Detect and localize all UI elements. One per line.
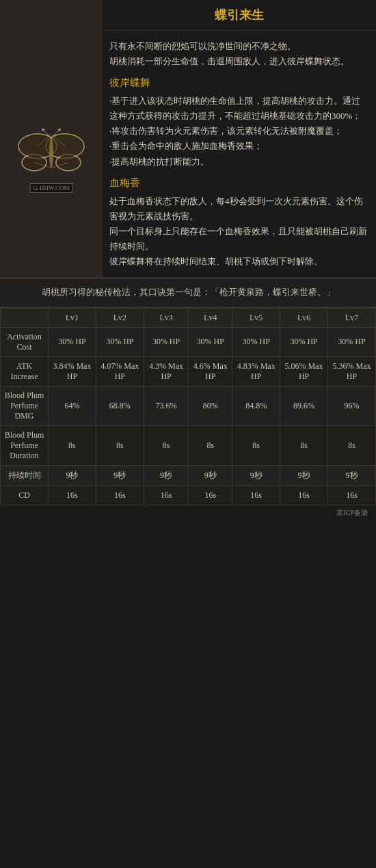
table-cell: 8s [96, 425, 144, 465]
table-cell: 30% HP [232, 327, 280, 356]
table-cell: 30% HP [328, 327, 376, 356]
table-cell: 89.6% [280, 386, 328, 425]
table-cell: 8s [328, 425, 376, 465]
table-cell: 4.83% Max HP [232, 356, 280, 386]
table-cell: 16s [232, 486, 280, 505]
table-cell: 16s [96, 486, 144, 505]
table-row: Blood Plum Perfume DMG64%68.8%73.6%80%84… [1, 386, 376, 425]
table-cell: 64% [49, 386, 96, 425]
table-row: Activation Cost30% HP30% HP30% HP30% HP3… [1, 327, 376, 356]
main-container: 蝶引来生 [0, 0, 376, 520]
table-row: Blood Plum Perfume Duration8s8s8s8s8s8s8… [1, 425, 376, 465]
table-cell: 8s [49, 425, 96, 465]
col-header-lv1: Lv1 [49, 308, 96, 327]
row-label: Activation Cost [1, 327, 49, 356]
butterfly-icon [17, 127, 85, 182]
table-cell: 3.84% Max HP [49, 356, 96, 386]
table-cell: 5.06% Max HP [280, 356, 328, 386]
table-cell: 16s [49, 486, 96, 505]
table-cell: 5.36% Max HP [328, 356, 376, 386]
table-cell: 16s [328, 486, 376, 505]
table-header-row: Lv1 Lv2 Lv3 Lv4 Lv5 Lv6 Lv7 [1, 308, 376, 327]
table-cell: 9秒 [189, 465, 232, 486]
col-header-lv5: Lv5 [232, 308, 280, 327]
col-header-lv4: Lv4 [189, 308, 232, 327]
table-cell: 9秒 [232, 465, 280, 486]
col-header-lv3: Lv3 [144, 308, 188, 327]
col-header-label [1, 308, 49, 327]
col-header-lv2: Lv2 [96, 308, 144, 327]
table-cell: 30% HP [96, 327, 144, 356]
table-row: 持续时间9秒9秒9秒9秒9秒9秒9秒 [1, 465, 376, 486]
table-row: ATK Increase3.84% Max HP4.07% Max HP4.3%… [1, 356, 376, 386]
stats-table: Lv1 Lv2 Lv3 Lv4 Lv5 Lv6 Lv7 Activation C… [0, 308, 376, 505]
table-cell: 9秒 [328, 465, 376, 486]
table-cell: 4.07% Max HP [96, 356, 144, 386]
watermark-text: G-HHW.COM [30, 183, 73, 193]
row-label: ATK Increase [1, 356, 49, 386]
table-cell: 30% HP [49, 327, 96, 356]
svg-point-12 [49, 138, 53, 168]
table-cell: 4.6% Max HP [189, 356, 232, 386]
title-row: 蝶引来生 [0, 0, 376, 31]
table-cell: 96% [328, 386, 376, 425]
title-left-space [0, 0, 103, 31]
table-cell: 16s [280, 486, 328, 505]
table-cell: 30% HP [144, 327, 188, 356]
footer-logo-text: 京ICP备游 [336, 508, 368, 518]
row-label: 持续时间 [1, 465, 49, 486]
quote-row: 胡桃所习得的秘传枪法，其口诀第一句是：「枪开黄泉路，蝶引来世桥。」 [0, 278, 376, 308]
description-row: G-HHW.COM 只有永不间断的烈焰可以洗净世间的不净之物。 胡桃消耗一部分生… [0, 31, 376, 278]
table-cell: 8s [232, 425, 280, 465]
svg-point-15 [42, 128, 44, 131]
table-cell: 84.8% [232, 386, 280, 425]
quote-text: 胡桃所习得的秘传枪法，其口诀第一句是：「枪开黄泉路，蝶引来世桥。」 [42, 287, 335, 297]
intro-text: 只有永不间断的烈焰可以洗净世间的不净之物。 胡桃消耗一部分生命值，击退周围敌人，… [109, 39, 369, 69]
table-cell: 9秒 [49, 465, 96, 486]
table-cell: 9秒 [144, 465, 188, 486]
row-label: Blood Plum Perfume DMG [1, 386, 49, 425]
table-cell: 16s [144, 486, 188, 505]
table-cell: 9秒 [280, 465, 328, 486]
row-label: CD [1, 486, 49, 505]
table-cell: 80% [189, 386, 232, 425]
butterfly-image: G-HHW.COM [10, 113, 92, 195]
table-cell: 8s [189, 425, 232, 465]
skill-image-area: G-HHW.COM [0, 31, 103, 277]
table-cell: 68.8% [96, 386, 144, 425]
section1-text: ·基于进入该状态时胡桃的生命值上限，提高胡桃的攻击力。通过这种方式获得的攻击力提… [109, 94, 369, 169]
table-cell: 16s [189, 486, 232, 505]
svg-point-16 [58, 128, 61, 131]
section2-text: 处于血梅香状态下的敌人，每4秒会受到一次火元素伤害。这个伤害视为元素战技伤害。 … [109, 194, 369, 269]
table-cell: 30% HP [280, 327, 328, 356]
footer: 京ICP备游 [0, 505, 376, 520]
table-cell: 30% HP [189, 327, 232, 356]
col-header-lv7: Lv7 [328, 308, 376, 327]
description-content: 只有永不间断的烈焰可以洗净世间的不净之物。 胡桃消耗一部分生命值，击退周围敌人，… [103, 31, 376, 277]
table-cell: 8s [280, 425, 328, 465]
row-label: Blood Plum Perfume Duration [1, 425, 49, 465]
table-cell: 73.6% [144, 386, 188, 425]
section1-title: 彼岸蝶舞 [109, 74, 369, 91]
col-header-lv6: Lv6 [280, 308, 328, 327]
table-cell: 9秒 [96, 465, 144, 486]
section2-title: 血梅香 [109, 175, 369, 191]
table-cell: 8s [144, 425, 188, 465]
skill-title: 蝶引来生 [103, 0, 376, 31]
table-row: CD16s16s16s16s16s16s16s [1, 486, 376, 505]
table-cell: 4.3% Max HP [144, 356, 188, 386]
